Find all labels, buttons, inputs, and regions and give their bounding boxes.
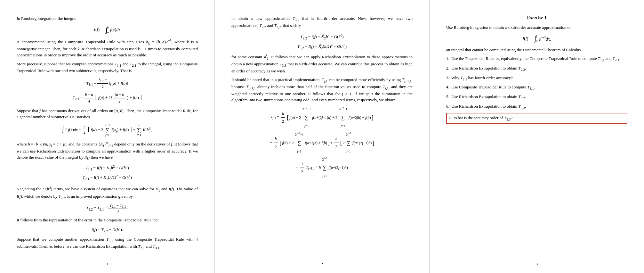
page1-para5: Neglecting the O(h4) terms, we have a sy… bbox=[17, 185, 198, 200]
page1-para4: where h = (b−a)/n, xj = a + jh, and the … bbox=[17, 140, 198, 161]
page2-para2: It should be noted that in a practical i… bbox=[231, 77, 413, 103]
exercise-integral: I(f) = ∫ 1 0 e−x²dx, bbox=[446, 35, 627, 43]
exercise-items: 1. Use the Trapezoidal Rule, or, equival… bbox=[446, 55, 627, 126]
ex-integrand: e−x²dx, bbox=[539, 36, 551, 42]
page1-para3: Suppose that f has continuous derivative… bbox=[17, 108, 198, 120]
page1-para1: is approximated using the Composite Trap… bbox=[17, 38, 198, 58]
formula-Tj1-big: Tj,1 = h 2 [ f(a) + 2 2j−2−1 ∑ j=1 f(a+(… bbox=[231, 106, 413, 179]
page2-para1: for some constant K̃2. It follows that w… bbox=[231, 54, 413, 74]
exercise-item-5: 5. Use Richardson Extrapolation to obtai… bbox=[446, 94, 627, 101]
page1-para6: It follows from the representation of th… bbox=[17, 217, 198, 223]
formula-T11-T21: T1,1 = b − a 2 [f(a) + f(b)] T2,1 = b − … bbox=[17, 77, 198, 104]
exercise-item-3: 3. Why T2,1 has fourth-order accuracy? bbox=[446, 75, 627, 82]
ex-Ifx-label: I(f) = bbox=[522, 36, 532, 41]
formula-integral-general: ∫ab f(x)dx = h 2 [ f(a) + 2 n−1 ∑ j=1 f(… bbox=[17, 123, 198, 137]
Ifx-label: I(f) = bbox=[94, 27, 103, 32]
page-1: In Romberg integration, the integral I(f… bbox=[0, 0, 215, 273]
page-number-1: 1 bbox=[106, 262, 108, 267]
page2-intro: to obtain a new approximation T3,2 that … bbox=[231, 15, 413, 29]
exercise-item-1: 1. Use the Trapezoidal Rule, or, equival… bbox=[446, 55, 627, 62]
integral-Ifx: I(f) = ∫ b a f(x)dx bbox=[17, 26, 198, 34]
exercise-intro: Use Romberg integration to obtain a sixt… bbox=[446, 24, 627, 31]
formula-Ifx-T22: I(f) = T2,2 + O(h4). bbox=[17, 226, 198, 233]
page-3: Exercise 1 Use Romberg integration to ob… bbox=[430, 0, 644, 273]
exercise-item-4: 4. Use Composite Trapezoidal Rule to com… bbox=[446, 84, 627, 91]
page-number-3: 3 bbox=[536, 262, 538, 267]
page1-intro: In Romberg integration, the integral bbox=[17, 15, 198, 22]
page-number-2: 2 bbox=[321, 262, 323, 267]
formula-T11-T21-error: T1,1 = I(f) + K1h2 + O(h4) T2,1 = I(f) +… bbox=[17, 164, 198, 182]
formula-T22: T2,2 = T2,1 + T2,1 − T1,1 3 . bbox=[17, 203, 198, 213]
exercise-title: Exercise 1 bbox=[446, 15, 627, 21]
exercise-item-7: 7. What is the accuracy order of T3,3? bbox=[446, 113, 627, 124]
exercise-item-2: 2. Use Richardson Extrapolation to obtai… bbox=[446, 65, 627, 72]
page1-para7: Suppose that we compute another approxim… bbox=[17, 236, 198, 250]
pages-container: In Romberg integration, the integral I(f… bbox=[0, 0, 644, 273]
fx-dx: f(x)dx bbox=[110, 27, 121, 32]
ex-integral-limits: 1 0 bbox=[536, 35, 537, 43]
page1-para2: More precisely, suppose that we compute … bbox=[17, 61, 198, 74]
integral-limits-1: b a bbox=[107, 26, 109, 34]
page-2: to obtain a new approximation T3,2 that … bbox=[215, 0, 430, 273]
exercise-body: an integral that cannot be computed usin… bbox=[446, 47, 627, 53]
formula-T22-T32: T2,2 = I(f) + K̃2h4 + O(h6) T3,2 = I(f) … bbox=[231, 33, 413, 51]
exercise-item-6: 6. Use Richardson Extrapolation to obtai… bbox=[446, 103, 627, 110]
